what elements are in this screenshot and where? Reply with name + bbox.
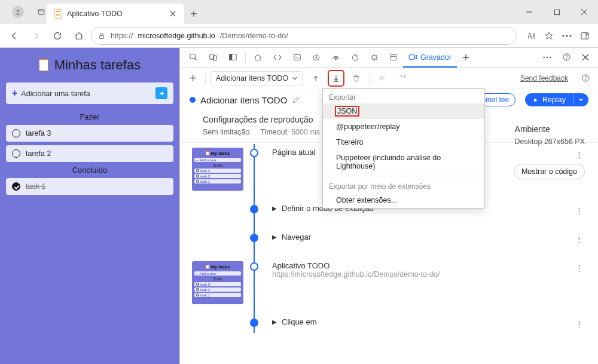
svg-rect-2: [554, 10, 559, 14]
step-label: Página atual: [272, 148, 315, 157]
new-tab-button[interactable]: [184, 4, 203, 24]
tab-actions-button[interactable]: [36, 0, 47, 24]
step-menu-button[interactable]: ⋮: [575, 235, 584, 244]
browser-tab[interactable]: Aplicativo TODO: [47, 4, 184, 24]
devtools-tab-performance[interactable]: [346, 48, 365, 68]
devtools-tab-sources[interactable]: [307, 48, 326, 68]
step-menu-button[interactable]: ⋮: [575, 150, 584, 159]
export-menu-item-titereiro[interactable]: Titereiro: [323, 134, 484, 150]
task-item[interactable]: tarefa 3: [6, 125, 173, 142]
sidebar-toggle-button[interactable]: [576, 26, 593, 45]
window-titlebar: Aplicativo TODO: [0, 0, 598, 24]
caret-right-icon: ▶: [272, 319, 277, 325]
export-menu-item-json[interactable]: JSON: [323, 103, 484, 119]
app-heading: Minhas tarefas: [6, 57, 173, 73]
recorder-step-button[interactable]: [395, 71, 410, 86]
devtools-more-button[interactable]: [538, 48, 557, 68]
recorder-delete-button[interactable]: [349, 71, 364, 86]
timeline-node-icon: [250, 205, 258, 213]
step-label: Aplicativo TODO: [272, 261, 586, 270]
devtools-tab-console[interactable]: [288, 48, 307, 68]
devtools-tab-memory[interactable]: [365, 48, 384, 68]
task-item[interactable]: tarefa 2: [6, 145, 173, 162]
task-checkbox[interactable]: [12, 129, 20, 137]
read-aloud-button[interactable]: [523, 26, 539, 45]
step-url: https://microsoftedge.github.io/Demos/de…: [272, 270, 586, 279]
svg-rect-14: [294, 54, 301, 60]
export-menu-item-puppeteer-lighthouse[interactable]: Puppeteer (incluindo análise do Lighthou…: [323, 150, 484, 174]
add-task-placeholder: Adicionar uma tarefa: [21, 90, 90, 98]
recorder-flow-select[interactable]: Adicionar itens TODO: [210, 71, 303, 85]
favorites-button[interactable]: [541, 26, 557, 45]
step-label: Navegar: [282, 233, 311, 241]
export-menu-item-get-extensions[interactable]: Obter extensões...: [323, 192, 484, 208]
more-menu-button[interactable]: [559, 26, 575, 45]
flow-title: Adicionar itens TODO: [200, 95, 287, 105]
app-heading-text: Minhas tarefas: [54, 57, 141, 73]
export-json-label: JSON: [336, 107, 358, 115]
caret-right-icon: ▶: [272, 234, 277, 240]
task-checkbox[interactable]: [12, 149, 20, 158]
replay-button[interactable]: Replay: [525, 93, 573, 106]
devtools-add-tab-button[interactable]: [457, 48, 475, 68]
devtools-close-button[interactable]: [576, 48, 594, 68]
step-menu-button[interactable]: ⋮: [575, 264, 584, 273]
profile-avatar-icon: [12, 6, 24, 18]
devtools-help-button[interactable]: [557, 48, 576, 68]
address-bar: https://microsoftedge.github.io/Demos/de…: [0, 24, 598, 48]
url-input[interactable]: https://microsoftedge.github.io/Demos/de…: [91, 27, 517, 45]
edit-flow-button[interactable]: [292, 96, 300, 104]
record-indicator-icon: [190, 97, 196, 103]
devtools-dock-button[interactable]: [223, 48, 243, 68]
task-checkbox[interactable]: [12, 182, 20, 191]
devtools-inspect-button[interactable]: [184, 48, 203, 68]
playback-timeout-value[interactable]: 5000 ms: [291, 128, 320, 136]
nav-back-button[interactable]: [5, 26, 24, 45]
task-item[interactable]: task 1: [6, 178, 173, 195]
devtools-tab-application[interactable]: [384, 48, 403, 68]
url-scheme: https://: [111, 32, 133, 40]
tab-close-button[interactable]: [169, 10, 177, 18]
svg-point-5: [566, 35, 568, 36]
export-menu-item-puppeteer-replay[interactable]: @puppeteer/replay: [323, 119, 484, 134]
devtools-tab-recorder[interactable]: Gravador: [403, 48, 457, 68]
recorder-main: Adicionar itens TODO painel tee Replay C…: [180, 88, 598, 364]
svg-point-21: [543, 56, 545, 58]
recorder-new-button[interactable]: [185, 71, 200, 86]
svg-rect-13: [230, 54, 232, 60]
profile-button[interactable]: [0, 0, 36, 24]
add-task-row[interactable]: +Adicionar uma tarefa: [6, 82, 173, 104]
svg-point-22: [547, 56, 548, 58]
nav-home-button[interactable]: [69, 26, 89, 45]
submit-task-button[interactable]: [155, 87, 167, 99]
timeline-node-icon: [250, 149, 258, 157]
devtools-tab-welcome[interactable]: [248, 48, 267, 68]
step-menu-button[interactable]: ⋮: [575, 206, 584, 215]
send-feedback-link[interactable]: Send feedback: [520, 74, 568, 82]
timeline-step[interactable]: ▶Navegar ⋮: [192, 233, 586, 248]
step-menu-button[interactable]: ⋮: [575, 320, 584, 329]
task-text: task 1: [26, 182, 45, 191]
recorder-import-button[interactable]: [308, 71, 324, 86]
group-todo-label: Fazer: [6, 112, 173, 121]
window-close-button[interactable]: [570, 0, 598, 24]
timeline-step[interactable]: ▶Clique em ⋮: [192, 317, 586, 333]
devtools-tab-recorder-label: Gravador: [420, 53, 451, 62]
replay-dropdown-button[interactable]: [573, 93, 588, 106]
timeline-step[interactable]: My tasks +Add a task To do task 3 task 2…: [192, 261, 586, 304]
devtools-tab-elements[interactable]: [267, 48, 288, 68]
devtools-device-button[interactable]: [203, 48, 223, 68]
window-minimize-button[interactable]: [515, 0, 543, 24]
play-icon: [532, 97, 539, 103]
devtools-tab-network[interactable]: [326, 48, 346, 68]
recorder-play-button[interactable]: [374, 71, 390, 86]
recorder-help-button[interactable]: [578, 71, 593, 86]
nav-refresh-button[interactable]: [48, 26, 67, 45]
playback-throttle[interactable]: Sem limitação: [203, 128, 250, 136]
window-maximize-button[interactable]: [543, 0, 570, 24]
recorder-export-button[interactable]: [328, 71, 344, 86]
todo-app: Minhas tarefas +Adicionar uma tarefa Faz…: [0, 48, 179, 364]
nav-forward-button[interactable]: [26, 26, 45, 45]
playback-timeout-label: Timeout: [261, 128, 288, 136]
environment-heading: Ambiente: [515, 124, 585, 134]
